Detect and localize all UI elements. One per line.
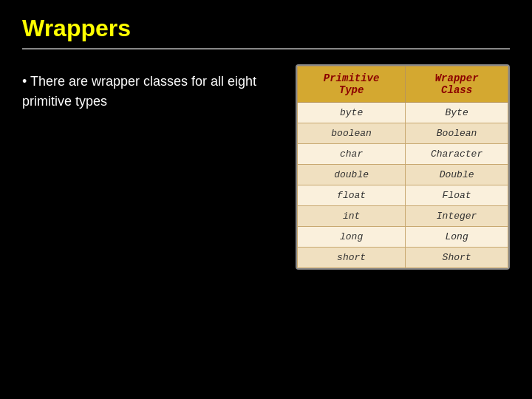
slide-title: Wrappers: [22, 15, 510, 42]
title-section: Wrappers: [22, 15, 510, 50]
content-area: There are wrapper classes for all eight …: [22, 64, 510, 270]
slide: Wrappers There are wrapper classes for a…: [0, 0, 532, 399]
wrapper-table-container: Primitive Type Wrapper Class byteByteboo…: [296, 64, 510, 270]
primitive-type-cell: char: [298, 144, 406, 165]
table-body: byteBytebooleanBooleancharCharacterdoubl…: [298, 103, 508, 268]
table-row: floatFloat: [298, 185, 508, 206]
table-row: longLong: [298, 227, 508, 248]
wrapper-table: Primitive Type Wrapper Class byteByteboo…: [297, 66, 508, 268]
bullet-point: There are wrapper classes for all eight …: [22, 64, 281, 112]
primitive-type-cell: byte: [298, 103, 406, 123]
col-wrapper-header: Wrapper Class: [406, 66, 508, 103]
wrapper-class-cell: Double: [406, 165, 508, 185]
table-header-row: Primitive Type Wrapper Class: [298, 66, 508, 103]
table-row: shortShort: [298, 248, 508, 268]
table-row: booleanBoolean: [298, 123, 508, 144]
primitive-type-cell: long: [298, 227, 406, 248]
col-primitive-header: Primitive Type: [298, 66, 406, 103]
wrapper-class-cell: Boolean: [406, 123, 508, 144]
wrapper-class-cell: Character: [406, 144, 508, 165]
wrapper-class-cell: Byte: [406, 103, 508, 123]
primitive-type-cell: int: [298, 206, 406, 227]
wrapper-class-cell: Long: [406, 227, 508, 248]
table-row: intInteger: [298, 206, 508, 227]
primitive-type-cell: float: [298, 185, 406, 206]
wrapper-class-cell: Float: [406, 185, 508, 206]
primitive-type-cell: boolean: [298, 123, 406, 144]
table-row: charCharacter: [298, 144, 508, 165]
table-row: doubleDouble: [298, 165, 508, 185]
primitive-type-cell: short: [298, 248, 406, 268]
wrapper-class-cell: Short: [406, 248, 508, 268]
wrapper-class-cell: Integer: [406, 206, 508, 227]
table-row: byteByte: [298, 103, 508, 123]
primitive-type-cell: double: [298, 165, 406, 185]
